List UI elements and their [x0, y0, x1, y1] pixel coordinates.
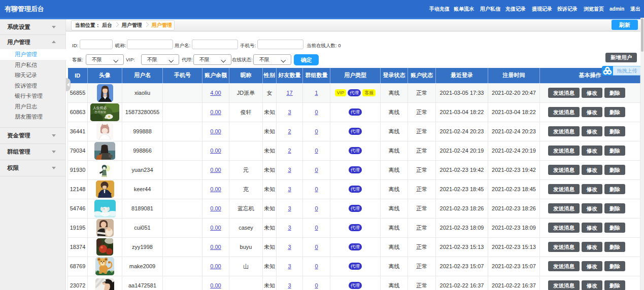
- svg-text:自寻烦恼: 自寻烦恼: [94, 110, 106, 114]
- svg-text:人生何必: 人生何必: [93, 106, 107, 110]
